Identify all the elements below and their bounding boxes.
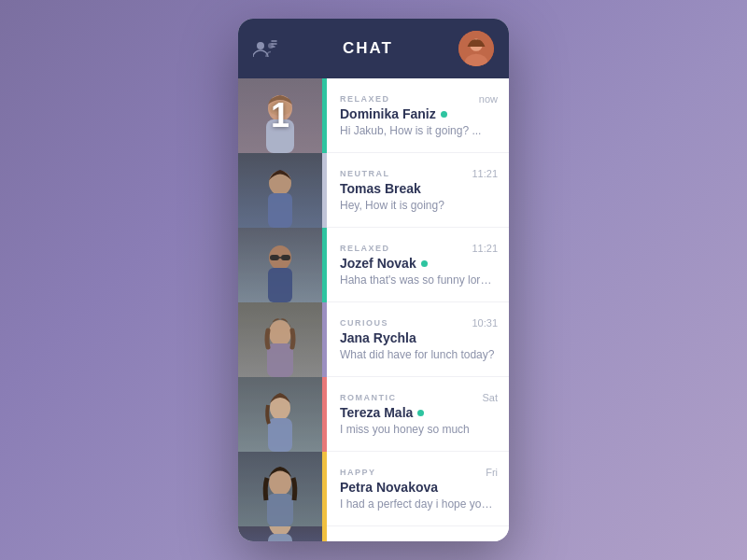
message-preview: What did have for lunch today? (340, 348, 498, 361)
sender-name: Jana Rychla (340, 330, 416, 345)
online-indicator (421, 260, 428, 267)
chat-avatar (238, 228, 322, 302)
unread-count: 1 (271, 96, 289, 135)
message-preview: Haha that's was so funny lore ... (340, 273, 498, 287)
message-time: now (479, 93, 498, 105)
svg-rect-15 (270, 255, 279, 260)
sender-name: Tomas Break (340, 181, 421, 196)
sender-name: Dominika Faniz (340, 106, 436, 121)
chat-item[interactable]: 1RELAXEDnowDominika FanizHi Jakub, How i… (238, 78, 509, 153)
mood-label: NEUTRAL (340, 169, 390, 178)
sender-name: Jozef Novak (340, 256, 416, 271)
message-time: Fri (486, 467, 498, 478)
message-preview: I miss you honey so much (340, 423, 498, 436)
chat-avatar (238, 302, 322, 377)
svg-rect-14 (268, 268, 292, 302)
message-content: CURIOUS10:31Jana RychlaWhat did have for… (327, 302, 509, 377)
svg-point-0 (257, 42, 264, 49)
chat-header: CHAT (238, 19, 509, 78)
mood-label: ROMANTIC (340, 393, 397, 402)
mood-label: RELAXED (340, 94, 390, 104)
svg-rect-16 (281, 255, 290, 260)
message-content: RELAXEDnowDominika FanizHi Jakub, How is… (327, 78, 509, 153)
svg-rect-25 (268, 534, 292, 541)
phone-container: CHAT 1RELAXEDnowDominika FanizHi Jakub, … (238, 19, 509, 541)
header-title: CHAT (343, 39, 393, 58)
chat-avatar (238, 526, 322, 541)
chat-item[interactable]: CURIOUS10:31Jana RychlaWhat did have for… (238, 302, 509, 377)
mood-label: CURIOUS (340, 318, 388, 328)
chat-item[interactable]: HAPPYFri (238, 526, 509, 541)
message-time: Sat (482, 392, 498, 403)
message-preview: Hi Jakub, How is it going? ... (340, 124, 498, 137)
chat-item[interactable]: RELAXED11:21Jozef NovakHaha that's was s… (238, 228, 509, 302)
message-content: ROMANTICSatTereza MalaI miss you honey s… (327, 377, 509, 452)
contacts-icon[interactable] (253, 39, 277, 58)
svg-rect-12 (268, 193, 292, 228)
mood-label: HAPPY (340, 468, 376, 477)
message-time: 11:21 (472, 168, 498, 179)
online-indicator (417, 410, 424, 416)
svg-point-18 (269, 320, 291, 346)
message-content: HAPPYFriPetra NovakovaI had a perfect da… (327, 452, 509, 526)
sender-name: Petra Novakova (340, 480, 438, 495)
message-time: 11:21 (472, 243, 498, 254)
sender-name: Tereza Mala (340, 405, 413, 420)
svg-rect-23 (267, 494, 293, 526)
message-content: NEUTRAL11:21Tomas BreakHey, How it is go… (327, 153, 509, 228)
chat-list: 1RELAXEDnowDominika FanizHi Jakub, How i… (238, 78, 509, 541)
chat-item[interactable]: NEUTRAL11:21Tomas BreakHey, How it is go… (238, 153, 509, 228)
svg-point-11 (269, 171, 291, 195)
message-preview: I had a perfect day i hope you too (340, 497, 498, 511)
chat-avatar (238, 153, 322, 228)
message-content: RELAXED11:21Jozef NovakHaha that's was s… (327, 228, 509, 302)
chat-avatar: 1 (238, 78, 322, 153)
message-time: 10:31 (472, 317, 498, 329)
mood-label: RELAXED (340, 244, 390, 253)
user-avatar[interactable] (458, 31, 494, 66)
message-content: HAPPYFri (327, 526, 509, 541)
svg-rect-21 (268, 418, 292, 452)
svg-rect-19 (267, 343, 293, 377)
chat-item[interactable]: ROMANTICSatTereza MalaI miss you honey s… (238, 377, 509, 452)
message-preview: Hey, How it is going? (340, 199, 498, 212)
chat-avatar (238, 452, 322, 526)
chat-item[interactable]: HAPPYFriPetra NovakovaI had a perfect da… (238, 452, 509, 526)
online-indicator (441, 111, 447, 118)
chat-avatar (238, 377, 322, 452)
